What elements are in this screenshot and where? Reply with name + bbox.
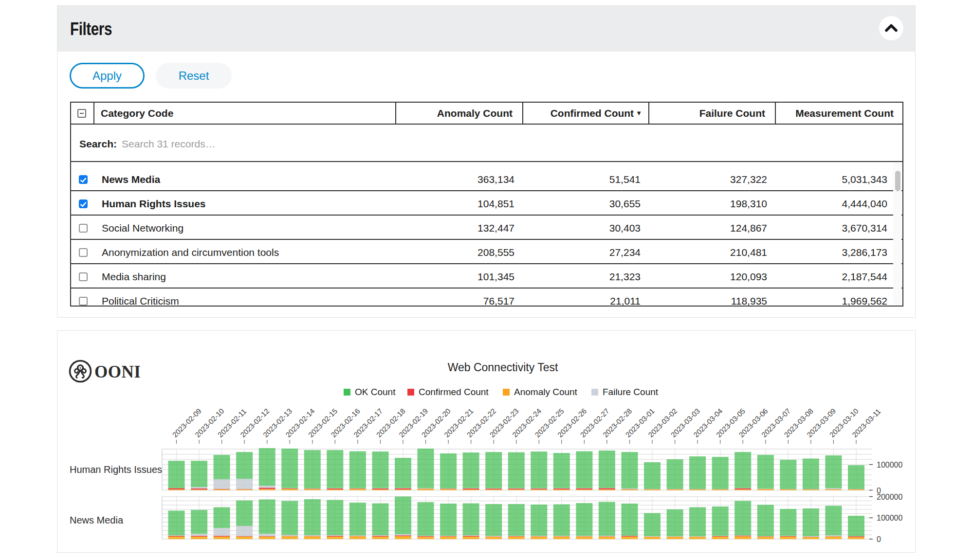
svg-text:News Media: News Media <box>70 515 124 525</box>
svg-text:200000: 200000 <box>877 493 902 501</box>
svg-text:Human Rights Issues: Human Rights Issues <box>70 464 162 475</box>
svg-text:0: 0 <box>877 535 881 543</box>
svg-text:100000: 100000 <box>877 514 902 522</box>
svg-text:100000: 100000 <box>877 461 902 469</box>
